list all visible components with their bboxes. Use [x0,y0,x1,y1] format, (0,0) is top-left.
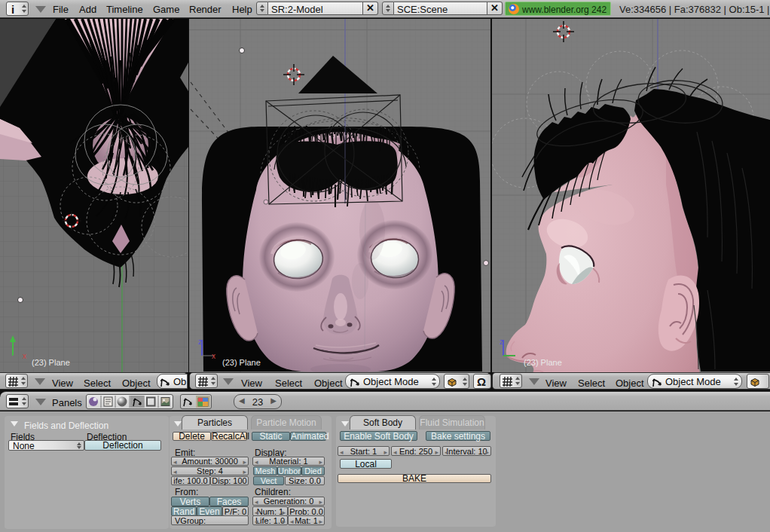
svg-text:z: z [500,338,503,346]
svg-text:z: z [198,338,202,346]
svg-text:(23) Plane: (23) Plane [524,358,562,367]
svg-text:(23) Plane: (23) Plane [32,358,70,367]
svg-text:x: x [23,352,26,360]
svg-text:(23) Plane: (23) Plane [222,358,261,367]
svg-text:x: x [212,352,215,360]
